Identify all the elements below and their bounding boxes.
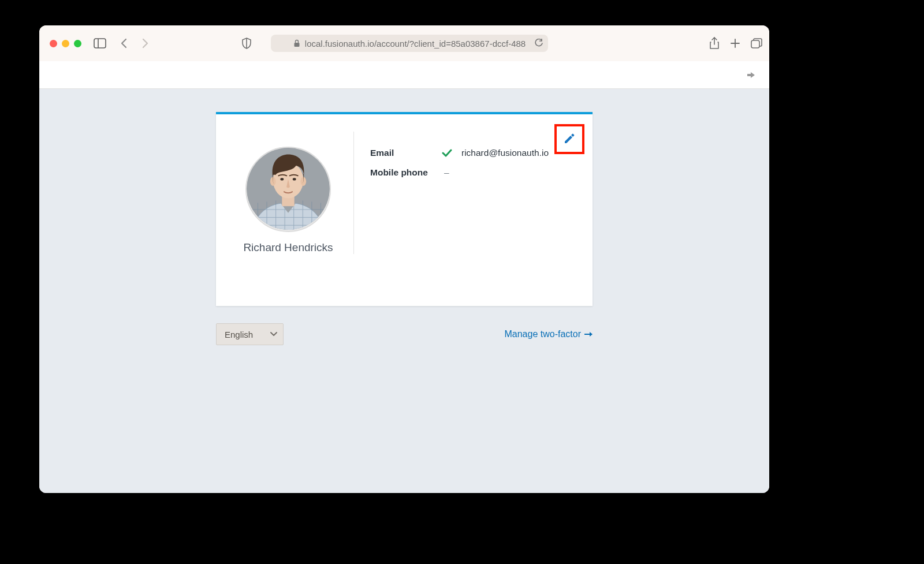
url-text: local.fusionauth.io/account/?client_id=8… [305,39,526,48]
browser-window: local.fusionauth.io/account/?client_id=8… [39,25,769,493]
chevron-down-icon [270,332,277,337]
email-label: Email [370,148,433,158]
toolbar-right-group [709,37,762,50]
profile-left-column: Richard Hendricks [233,132,349,254]
window-close-button[interactable] [50,40,57,47]
below-card-row: English Manage two-factor [216,323,593,345]
nav-forward-button[interactable] [137,35,153,51]
window-controls [50,40,81,47]
field-email: Email richard@fusionauth.io [370,148,575,158]
address-bar[interactable]: local.fusionauth.io/account/?client_id=8… [271,35,548,52]
sidebar-toggle-button[interactable] [92,35,108,51]
window-minimize-button[interactable] [62,40,69,47]
reload-icon[interactable] [534,39,543,48]
manage-two-factor-link[interactable]: Manage two-factor [504,329,593,339]
nav-back-button[interactable] [116,35,132,51]
mobile-value: – [444,167,449,178]
tabs-overview-icon[interactable] [751,38,762,48]
svg-point-21 [270,177,276,186]
arrow-right-icon [584,331,593,338]
display-name: Richard Hendricks [233,241,343,254]
content-area: Richard Hendricks Email richard@fusionau… [39,89,769,493]
verified-check-icon [442,149,452,157]
svg-rect-2 [294,43,299,47]
svg-rect-5 [751,40,759,48]
signout-icon[interactable] [744,70,755,80]
field-mobile: Mobile phone – [370,167,575,178]
share-icon[interactable] [709,37,720,50]
edit-profile-button[interactable] [557,126,582,151]
svg-point-23 [280,178,284,180]
privacy-shield-icon[interactable] [239,35,255,51]
svg-point-24 [293,178,296,180]
email-value: richard@fusionauth.io [461,148,549,158]
avatar-image [247,147,330,231]
new-tab-icon[interactable] [730,38,740,48]
avatar [245,147,331,232]
profile-card: Richard Hendricks Email richard@fusionau… [216,112,593,306]
svg-rect-0 [94,39,106,48]
app-header [39,61,769,89]
lock-icon [293,39,300,47]
column-divider [353,132,354,254]
language-selected-label: English [225,330,253,339]
language-selector[interactable]: English [216,323,284,345]
svg-point-22 [300,177,306,186]
mobile-label: Mobile phone [370,167,433,178]
profile-right-column: Email richard@fusionauth.io Mobile phone… [370,132,575,254]
manage-two-factor-label: Manage two-factor [504,329,581,339]
window-zoom-button[interactable] [74,40,81,47]
browser-toolbar: local.fusionauth.io/account/?client_id=8… [39,25,769,61]
